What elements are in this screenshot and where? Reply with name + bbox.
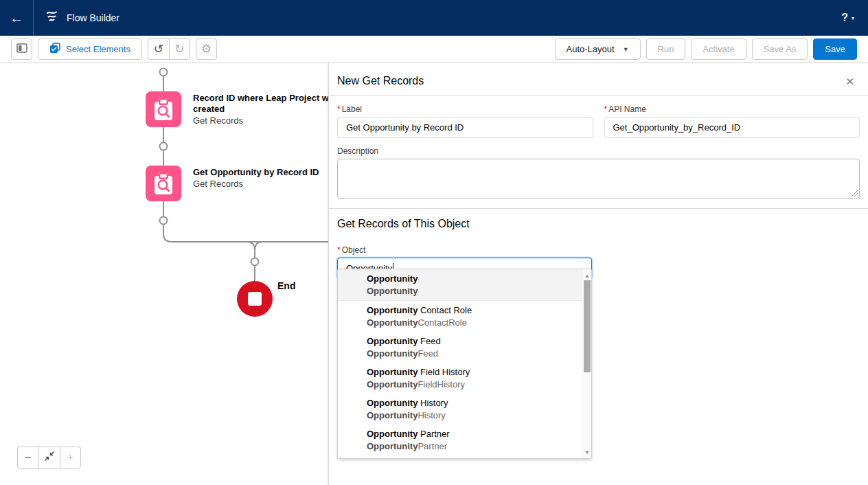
toolbar: Select Elements ↺ ↻ ⚙ Auto-Layout ▼ Run …: [0, 36, 868, 63]
canvas-zoom-controls: − +: [17, 447, 81, 469]
description-field-label: Description: [337, 146, 860, 156]
object-option[interactable]: Opportunity PartnerOpportunityPartner: [338, 425, 582, 455]
node-subtitle: Get Records: [193, 179, 341, 190]
object-field-label: *Object: [337, 245, 592, 255]
undo-icon: ↺: [154, 43, 163, 55]
layout-mode-dropdown[interactable]: Auto-Layout ▼: [555, 38, 641, 60]
app-title: Flow Builder: [67, 12, 119, 23]
api-name-input[interactable]: [604, 117, 860, 138]
object-option[interactable]: OpportunityOpportunity: [338, 269, 582, 301]
object-dropdown: OpportunityOpportunityOpportunity Contac…: [337, 269, 592, 459]
chevron-down-icon: ▾: [852, 15, 854, 21]
multi-select-icon: [49, 43, 60, 56]
flow-builder-icon: [45, 9, 60, 27]
close-icon[interactable]: ✕: [845, 76, 854, 87]
help-menu[interactable]: ? ▾: [841, 12, 868, 24]
zoom-out-button[interactable]: −: [17, 447, 38, 469]
zoom-in-button[interactable]: +: [60, 447, 81, 469]
label-field-label: *Label: [337, 104, 593, 114]
dropdown-scrollbar[interactable]: ▲ ▼: [582, 269, 591, 458]
flow-node-record-id-where-leap-project-was-created[interactable]: Record ID where Leap Project was created…: [146, 91, 341, 127]
flow-node-get-opportunity-by-record-id[interactable]: Get Opportunity by Record ID Get Records: [146, 166, 341, 201]
flow-builder-logo: Flow Builder: [34, 9, 119, 27]
settings-button[interactable]: ⚙: [196, 38, 217, 60]
zoom-to-fit-icon: [45, 451, 54, 464]
activate-button[interactable]: Activate: [691, 38, 746, 60]
save-as-button[interactable]: Save As: [752, 38, 808, 60]
panel-toggle-icon: [16, 43, 27, 55]
description-textarea[interactable]: [337, 159, 860, 199]
label-input[interactable]: [337, 117, 593, 138]
section-divider: [329, 208, 868, 209]
scroll-down-icon[interactable]: ▼: [582, 447, 592, 457]
end-node-label: End: [277, 280, 295, 291]
toggle-left-panel-button[interactable]: [11, 38, 32, 60]
node-title: Record ID where Leap Project was created: [193, 93, 341, 115]
run-button[interactable]: Run: [646, 38, 686, 60]
select-elements-label: Select Elements: [66, 44, 130, 54]
new-get-records-panel: New Get Records ✕ *Label *API Name Descr…: [328, 63, 868, 485]
back-arrow-icon: ←: [10, 10, 23, 26]
resize-grip-icon[interactable]: [852, 190, 858, 196]
scroll-up-icon[interactable]: ▲: [582, 271, 592, 280]
get-records-icon: [146, 91, 181, 127]
redo-button[interactable]: ↻: [169, 38, 190, 60]
back-button[interactable]: ←: [0, 0, 34, 36]
api-name-field-label: *API Name: [604, 104, 860, 114]
help-icon: ?: [841, 12, 848, 24]
get-records-icon: [146, 166, 181, 201]
save-button[interactable]: Save: [813, 38, 857, 60]
object-option[interactable]: Opportunity Field HistoryOpportunityFiel…: [338, 363, 582, 394]
object-option[interactable]: Opportunity Contact RoleOpportunityConta…: [338, 301, 582, 332]
object-option[interactable]: Opportunity HistoryOpportunityHistory: [338, 394, 582, 425]
layout-mode-label: Auto-Layout: [567, 44, 615, 54]
node-title: Get Opportunity by Record ID: [193, 167, 341, 178]
main-area: Record ID where Leap Project was created…: [0, 63, 868, 485]
scrollbar-thumb[interactable]: [584, 280, 591, 372]
redo-icon: ↻: [174, 43, 184, 55]
section-heading: Get Records of This Object: [337, 218, 860, 230]
chevron-down-icon: ▼: [623, 46, 629, 53]
end-node: [237, 281, 273, 317]
select-elements-button[interactable]: Select Elements: [38, 38, 142, 60]
object-dropdown-list: OpportunityOpportunityOpportunity Contac…: [338, 269, 582, 458]
panel-title: New Get Records: [337, 75, 424, 87]
gear-icon: ⚙: [201, 43, 212, 55]
object-option[interactable]: Opportunity FeedOpportunityFeed: [338, 332, 582, 363]
undo-button[interactable]: ↺: [148, 38, 169, 60]
app-header: ← Flow Builder ? ▾: [0, 0, 868, 36]
zoom-to-fit-button[interactable]: [38, 447, 60, 469]
node-subtitle: Get Records: [193, 115, 341, 126]
